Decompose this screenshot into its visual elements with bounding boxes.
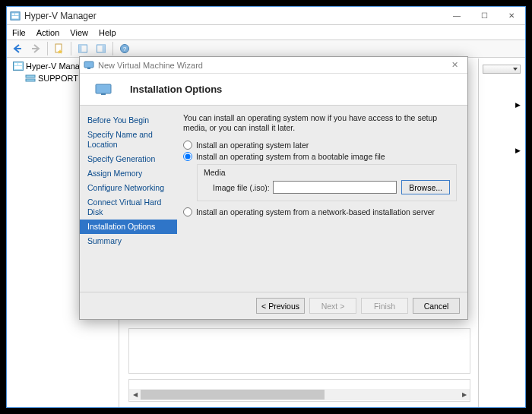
svg-rect-19 [96,84,111,93]
panel-icon [78,43,88,54]
wizard-title: New Virtual Machine Wizard [98,61,203,70]
page-star-icon [54,43,65,54]
toolbar-help-button[interactable]: ? [116,41,133,56]
actions-dropdown[interactable] [483,65,521,74]
minimize-button[interactable]: — [443,8,470,24]
wizard-step[interactable]: Configure Networking [80,181,177,195]
toolbar: ? [7,40,525,58]
nav-forward-button[interactable] [27,41,44,56]
nav-back-button[interactable] [9,41,26,56]
arrow-left-icon [12,43,23,54]
wizard-content: You can install an operating system now … [177,106,467,292]
wizard-step[interactable]: Connect Virtual Hard Disk [80,195,177,220]
svg-rect-20 [101,93,106,95]
wizard-title-bar: New Virtual Machine Wizard ✕ [80,57,467,74]
option-install-network[interactable]: Install an operating system from a netwo… [183,207,457,216]
wizard-steps-nav: Before You BeginSpecify Name and Locatio… [80,106,177,292]
horizontal-scrollbar[interactable]: ◀ ▶ [129,389,470,400]
toolbar-view1-button[interactable] [74,41,91,56]
finish-button[interactable]: Finish [361,298,408,314]
option-install-later[interactable]: Install an operating system later [183,141,457,150]
svg-rect-17 [84,62,93,68]
svg-rect-12 [14,63,17,65]
toolbar-properties-button[interactable] [51,41,68,56]
wizard-footer: < Previous Next > Finish Cancel [80,292,467,319]
menu-bar: File Action View Help [7,25,525,40]
svg-text:?: ? [123,46,127,52]
wizard-step[interactable]: Specify Name and Location [80,128,177,152]
arrow-right-icon [30,43,41,54]
option-install-later-label: Install an operating system later [196,141,309,150]
wizard-step[interactable]: Assign Memory [80,166,177,181]
expand-arrow-icon[interactable]: ▶ [515,147,521,154]
title-bar: Hyper-V Manager — ☐ ✕ [7,7,525,25]
svg-rect-13 [18,63,22,65]
wizard-header: Installation Options [80,74,467,106]
menu-file[interactable]: File [12,28,26,37]
svg-rect-2 [15,13,18,15]
svg-rect-8 [103,45,106,52]
radio-install-image[interactable] [183,152,192,161]
tree-host-label: SUPPORT [38,74,78,83]
wizard-step[interactable]: Summary [80,234,177,248]
scroll-right-icon[interactable]: ▶ [458,389,470,400]
hyperv-app-icon [10,11,21,21]
option-install-network-label: Install an operating system from a netwo… [196,207,435,216]
lower-panel-2: ◀ ▶ [128,379,470,402]
image-file-label: Image file (.iso): [213,183,270,192]
svg-rect-15 [26,75,35,77]
toolbar-divider [71,42,71,55]
monitor-icon [84,61,94,70]
scroll-track[interactable] [141,390,458,400]
svg-rect-3 [12,16,19,19]
browse-button[interactable]: Browse... [401,180,450,194]
wizard-headline: Installation Options [130,84,222,95]
radio-install-later[interactable] [183,141,192,150]
scroll-thumb[interactable] [141,390,325,400]
toolbar-view2-button[interactable] [93,41,109,56]
image-file-input[interactable] [273,181,397,194]
svg-rect-18 [87,68,90,69]
expand-arrow-icon[interactable]: ▶ [515,101,521,109]
monitor-large-icon [95,84,112,96]
media-legend: Media [204,168,450,177]
wizard-close-button[interactable]: ✕ [442,60,467,70]
new-vm-wizard-dialog: New Virtual Machine Wizard ✕ Installatio… [79,56,468,320]
svg-rect-6 [79,45,82,52]
menu-help[interactable]: Help [99,28,116,37]
wizard-intro-text: You can install an operating system now … [183,113,457,133]
svg-rect-16 [26,79,35,81]
option-install-image-label: Install an operating system from a boota… [196,152,385,161]
help-icon: ? [119,43,130,54]
cancel-button[interactable]: Cancel [413,298,460,314]
menu-view[interactable]: View [70,28,88,37]
menu-action[interactable]: Action [36,28,60,37]
actions-panel: ▶ ▶ [478,58,525,407]
radio-install-network[interactable] [183,207,192,216]
wizard-step[interactable]: Installation Options [80,220,177,234]
toolbar-divider [112,42,113,55]
hyperv-root-icon [13,62,24,71]
svg-rect-14 [14,66,22,69]
previous-button[interactable]: < Previous [256,298,305,314]
svg-rect-1 [12,13,15,15]
option-install-image[interactable]: Install an operating system from a boota… [183,152,457,161]
panel2-icon [96,43,106,54]
next-button[interactable]: Next > [309,298,356,314]
media-group: Media Image file (.iso): Browse... [197,164,457,201]
toolbar-divider [47,42,48,55]
scroll-left-icon[interactable]: ◀ [129,389,141,400]
wizard-step[interactable]: Before You Begin [80,113,177,128]
server-icon [25,74,36,83]
maximize-button[interactable]: ☐ [470,8,498,24]
wizard-step[interactable]: Specify Generation [80,152,177,166]
close-button[interactable]: ✕ [498,8,525,24]
app-title: Hyper-V Manager [24,11,97,21]
lower-panel-1 [128,328,470,374]
